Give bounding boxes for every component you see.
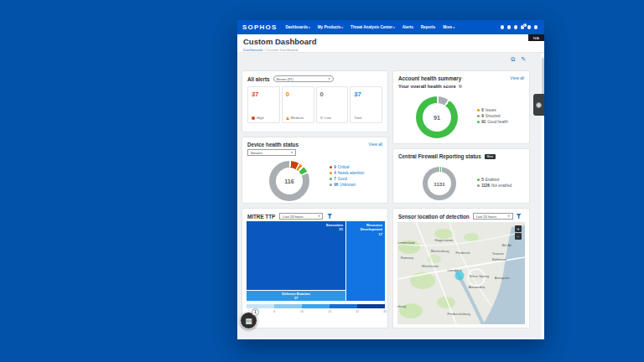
sensor-title: Sensor location of detection [398,214,470,220]
alert-count: 37 [252,90,277,98]
nav-item-more[interactable]: More▾ [443,25,454,29]
dashboard-actions: ⧉ ✎ [511,56,526,63]
legend-count: 91 [481,120,486,124]
device-filter-dropdown[interactable]: Servers▾ [247,149,296,156]
legend-dot [477,109,480,111]
legend-item[interactable]: 4Needs attention [330,171,364,175]
map-city-label: Martinsburg [431,249,449,253]
app-window: SOPHOS Dashboards▾My Products▾Threat Ana… [237,20,544,339]
filter-icon[interactable] [327,214,332,219]
legend-label: Needs attention [338,171,365,175]
zoom-in-button[interactable]: + [515,225,522,232]
treemap-defense-evasion[interactable]: Defense Evasion17 [247,290,345,301]
legend-count: 0 [481,108,484,112]
breadcrumb: Dashboards / Custom Dashboard [243,48,544,52]
firewall-donut[interactable]: 1131 [423,167,456,200]
apps-icon[interactable] [514,25,518,29]
legend-count: 9 [334,165,336,169]
legend-count: 96 [334,183,338,187]
alert-tile-label: Low [325,116,331,120]
map-zoom-controls: + − [515,225,522,240]
account-health-title: Account health summary [398,75,461,81]
notifications-icon[interactable]: 1 [521,25,525,29]
dashboard-content: ⧉ ✎ All alerts Server (37)▾ 37High0Mediu… [237,53,544,339]
account-view-all-link[interactable]: View all [511,76,524,80]
mitre-title: MITRE TTP [247,214,275,220]
mitre-ttp-card: MITRE TTP Last 24 hours▾ Execution31 Res… [242,208,388,328]
map-city-label: Bel Air [502,242,512,246]
scale-tick-label: 32 [356,310,359,313]
nav-item-alerts[interactable]: Alerts [402,25,413,29]
device-health-card: Device health status View all Servers▾ 1… [242,137,388,204]
copy-dashboard-icon[interactable]: ⧉ [511,56,515,63]
alert-tile-footer: Low [320,116,345,120]
device-health-donut[interactable]: 116 [269,161,309,201]
legend-label: Issues [486,108,496,112]
grid-icon: ▦ [245,317,252,325]
health-score-subtitle: Your overall health score [398,84,456,89]
nav-menu: Dashboards▾My Products▾Threat Analysis C… [285,25,500,29]
legend-item: 9Snoozed [477,114,508,118]
settings-icon[interactable] [527,25,532,29]
map-city-label: Baltimore [492,257,506,261]
map-city-label: Romney [401,255,413,259]
alert-tile-footer: Medium [286,116,311,120]
legend-label: Enabled [486,178,500,182]
alert-tile-total[interactable]: 37Total [350,86,382,123]
notification-count-badge: 1 [523,23,527,27]
edit-dashboard-icon[interactable]: ✎ [521,56,526,63]
low-icon [320,116,324,120]
mitre-time-dropdown[interactable]: Last 24 hours▾ [279,213,323,220]
legend-label: Critical [338,165,350,169]
nav-item-threat-analysis-center[interactable]: Threat Analysis Center▾ [351,25,395,29]
alert-tile-high[interactable]: 37High [247,86,280,123]
legend-item[interactable]: 96Unknown [330,183,364,187]
map-city-label: Cumberland [397,240,414,245]
detection-map[interactable]: CumberlandHagerstownMartinsburgFrederick… [397,222,525,324]
widget-notification-badge: 1 [252,308,259,316]
alert-count: 0 [286,90,311,98]
legend-dot [330,166,332,168]
nav-item-my-products[interactable]: My Products▾ [318,25,343,29]
alert-tile-medium[interactable]: 0Medium [282,86,314,123]
alert-tile-low[interactable]: 0Low [316,86,349,123]
alert-count: 37 [354,90,379,98]
firewall-total: 1131 [434,181,444,187]
breadcrumb-separator: / [264,48,265,52]
map-city-label: Annapolis [495,276,510,280]
nav-item-reports[interactable]: Reports [421,25,435,29]
legend-item[interactable]: 9Critical [330,165,364,169]
filter-icon[interactable] [517,214,522,219]
nav-item-dashboards[interactable]: Dashboards▾ [285,25,309,29]
top-navbar: SOPHOS Dashboards▾My Products▾Threat Ana… [237,20,544,34]
device-view-all-link[interactable]: View all [369,142,382,147]
environment-badge: N/A [528,34,544,41]
admin-icon[interactable] [507,25,512,29]
help-icon[interactable] [501,25,505,29]
info-icon[interactable]: i [459,85,463,89]
health-score-donut[interactable]: 91 [416,96,458,138]
sophos-logo: SOPHOS [242,23,277,31]
zoom-out-button[interactable]: − [515,233,522,240]
map-city-label: Winchester [422,263,439,267]
sensor-time-dropdown[interactable]: Last 24 hours▾ [473,213,513,220]
legend-dot [330,184,332,186]
all-alerts-title: All alerts [247,76,270,82]
alerts-filter-dropdown[interactable]: Server (37)▾ [273,75,334,82]
alert-count: 0 [320,90,345,98]
breadcrumb-dashboards[interactable]: Dashboards [243,48,263,52]
feedback-tab[interactable] [533,94,544,116]
legend-count: 1126 [481,184,490,188]
firewall-legend: 5Enabled1126Not enabled [477,178,512,189]
map-city-label: Alexandria [469,284,485,288]
chevron-down-icon: ▾ [508,215,510,218]
treemap-resource-development[interactable]: Resource Development17 [345,221,385,301]
legend-label: Unknown [340,183,356,187]
legend-item[interactable]: 7Good [330,177,364,181]
chevron-down-icon: ▾ [318,215,319,218]
scale-segment [274,304,302,308]
detection-marker[interactable] [455,272,465,281]
account-icon[interactable] [534,25,538,29]
nav-icons: 1 [501,25,538,29]
treemap-execution[interactable]: Execution31 [247,221,345,290]
